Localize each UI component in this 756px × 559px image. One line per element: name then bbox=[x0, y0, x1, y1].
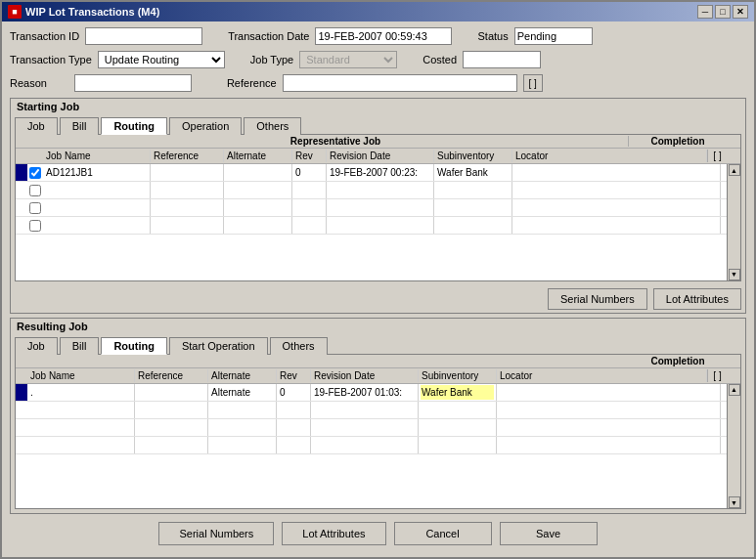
revision-date-input[interactable] bbox=[313, 420, 416, 435]
alternate-cell[interactable] bbox=[208, 402, 277, 418]
resulting-job-scrollbar[interactable]: ▲ ▼ bbox=[727, 384, 740, 508]
subinventory-cell[interactable] bbox=[419, 402, 497, 418]
revision-date-cell[interactable] bbox=[311, 384, 419, 401]
revision-date-cell[interactable] bbox=[311, 437, 419, 453]
lot-attributes-button-start[interactable]: Lot Attributes bbox=[653, 288, 741, 310]
locator-input[interactable] bbox=[514, 218, 718, 233]
alternate-cell-input[interactable] bbox=[226, 183, 289, 197]
reference-cell-input[interactable] bbox=[153, 165, 221, 180]
reference-cell[interactable] bbox=[135, 384, 208, 401]
scroll-up-arrow[interactable]: ▲ bbox=[729, 384, 740, 396]
job-name-cell[interactable] bbox=[43, 217, 151, 234]
revision-date-cell[interactable] bbox=[327, 164, 434, 181]
reference-cell-input[interactable] bbox=[137, 420, 205, 435]
revision-date-cell[interactable] bbox=[327, 217, 434, 234]
job-name-input[interactable] bbox=[45, 165, 148, 180]
job-name-cell[interactable] bbox=[27, 402, 135, 418]
locator-input[interactable] bbox=[499, 438, 718, 452]
subinventory-cell-highlighted[interactable] bbox=[419, 384, 497, 401]
rev-cell[interactable] bbox=[292, 199, 327, 216]
subinventory-input[interactable] bbox=[421, 385, 494, 400]
rev-cell-input[interactable] bbox=[294, 183, 324, 197]
starting-job-tab-others[interactable]: Others bbox=[244, 117, 301, 135]
alternate-cell-input[interactable] bbox=[210, 385, 274, 400]
job-name-cell[interactable] bbox=[27, 419, 135, 436]
job-name-input[interactable] bbox=[45, 200, 148, 215]
job-name-cell[interactable] bbox=[27, 437, 135, 453]
rev-cell-input[interactable] bbox=[279, 420, 308, 435]
reference-cell[interactable] bbox=[151, 217, 224, 234]
serial-numbers-button-start[interactable]: Serial Numbers bbox=[548, 288, 647, 310]
scroll-up-arrow[interactable]: ▲ bbox=[729, 164, 740, 176]
alternate-cell-input[interactable] bbox=[210, 438, 274, 452]
job-name-cell[interactable] bbox=[27, 384, 135, 401]
job-name-input[interactable] bbox=[45, 218, 148, 233]
revision-date-input[interactable] bbox=[313, 385, 416, 400]
starting-job-tab-routing[interactable]: Routing bbox=[101, 117, 167, 135]
rev-cell[interactable] bbox=[277, 402, 311, 418]
reference-cell[interactable] bbox=[151, 199, 224, 216]
alternate-cell[interactable] bbox=[224, 182, 292, 198]
revision-date-input[interactable] bbox=[329, 200, 431, 215]
reference-cell[interactable] bbox=[135, 402, 208, 418]
subinventory-input[interactable] bbox=[436, 200, 510, 215]
subinventory-cell[interactable] bbox=[434, 164, 512, 181]
subinventory-cell[interactable] bbox=[419, 437, 497, 453]
job-name-cell[interactable] bbox=[43, 164, 151, 181]
scroll-down-arrow[interactable]: ▼ bbox=[729, 496, 740, 508]
revision-date-cell[interactable] bbox=[327, 199, 434, 216]
row-checkbox[interactable] bbox=[29, 185, 41, 196]
locator-cell[interactable] bbox=[497, 402, 721, 418]
job-name-cell[interactable] bbox=[43, 182, 151, 198]
alternate-cell-input[interactable] bbox=[210, 403, 274, 417]
minimize-button[interactable]: ─ bbox=[697, 5, 713, 19]
alternate-cell-input[interactable] bbox=[210, 420, 274, 435]
alternate-cell[interactable] bbox=[208, 419, 277, 436]
alternate-cell-input[interactable] bbox=[226, 200, 289, 215]
transaction-date-input[interactable] bbox=[315, 27, 452, 45]
transaction-id-input[interactable] bbox=[85, 27, 202, 45]
reference-cell-input[interactable] bbox=[137, 403, 205, 417]
alternate-cell[interactable] bbox=[224, 217, 292, 234]
resulting-job-tab-others[interactable]: Others bbox=[270, 337, 328, 355]
rev-cell-input[interactable] bbox=[279, 385, 308, 400]
revision-date-input[interactable] bbox=[329, 218, 431, 233]
rev-cell[interactable] bbox=[277, 419, 311, 436]
locator-input[interactable] bbox=[499, 420, 718, 435]
reference-cell-input[interactable] bbox=[153, 200, 221, 215]
rev-cell-input[interactable] bbox=[294, 200, 324, 215]
starting-job-tab-bill[interactable]: Bill bbox=[60, 117, 100, 135]
subinventory-cell[interactable] bbox=[434, 182, 512, 198]
transaction-type-select[interactable]: Update Routing bbox=[98, 51, 225, 68]
rev-cell[interactable] bbox=[277, 437, 311, 453]
starting-job-tab-operation[interactable]: Operation bbox=[169, 117, 242, 135]
reference-cell-input[interactable] bbox=[137, 438, 205, 452]
revision-date-input[interactable] bbox=[329, 165, 431, 180]
alternate-cell[interactable] bbox=[208, 384, 277, 401]
lot-attributes-button-bottom[interactable]: Lot Attributes bbox=[282, 522, 385, 545]
locator-cell[interactable] bbox=[512, 182, 721, 198]
close-button[interactable]: ✕ bbox=[733, 5, 748, 19]
rev-cell[interactable] bbox=[292, 182, 327, 198]
locator-input[interactable] bbox=[514, 183, 718, 197]
maximize-button[interactable]: □ bbox=[715, 5, 731, 19]
save-button[interactable]: Save bbox=[500, 522, 598, 545]
rev-cell-input[interactable] bbox=[294, 218, 324, 233]
subinventory-input[interactable] bbox=[421, 420, 494, 435]
revision-date-input[interactable] bbox=[329, 183, 431, 197]
reference-cell-input[interactable] bbox=[153, 218, 221, 233]
row-checkbox[interactable] bbox=[29, 202, 41, 214]
rev-cell[interactable] bbox=[277, 384, 311, 401]
revision-date-cell[interactable] bbox=[311, 402, 419, 418]
subinventory-input[interactable] bbox=[436, 218, 510, 233]
subinventory-cell[interactable] bbox=[434, 217, 512, 234]
reference-cell[interactable] bbox=[135, 437, 208, 453]
rev-cell[interactable] bbox=[292, 217, 327, 234]
locator-cell[interactable] bbox=[512, 164, 721, 181]
scroll-down-arrow[interactable]: ▼ bbox=[729, 269, 740, 280]
locator-cell[interactable] bbox=[512, 199, 721, 216]
alternate-cell-input[interactable] bbox=[226, 218, 289, 233]
subinventory-input[interactable] bbox=[421, 438, 494, 452]
revision-date-cell[interactable] bbox=[327, 182, 434, 198]
status-input[interactable] bbox=[514, 27, 593, 45]
